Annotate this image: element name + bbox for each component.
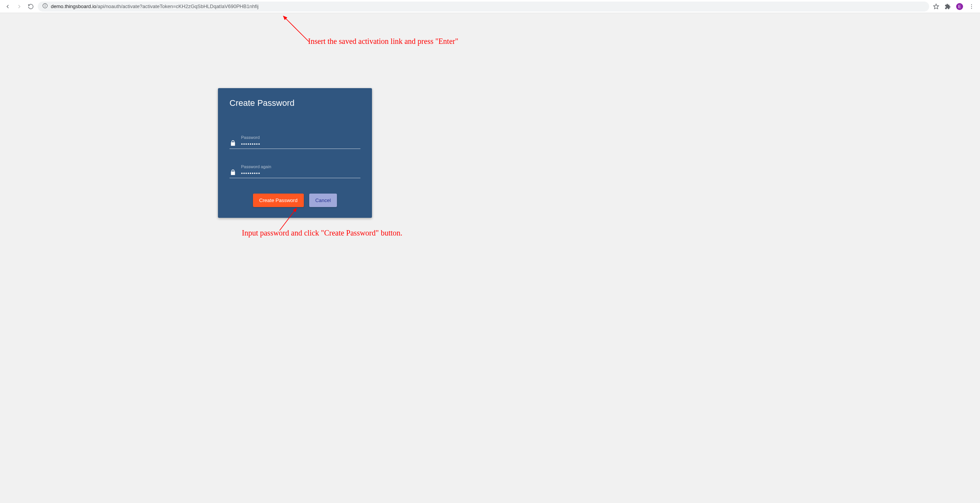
profile-avatar[interactable]: E [956, 3, 963, 10]
password-input[interactable] [241, 141, 360, 147]
svg-point-6 [971, 8, 972, 8]
url-path: /api/noauth/activate?activateToken=cKH2z… [96, 3, 259, 9]
forward-icon[interactable] [16, 3, 22, 10]
bookmark-star-icon[interactable] [933, 3, 939, 10]
site-info-icon[interactable] [42, 3, 48, 10]
menu-icon[interactable] [968, 3, 975, 10]
svg-point-5 [971, 6, 972, 7]
svg-marker-3 [933, 4, 938, 9]
lock-icon [230, 169, 236, 176]
extensions-icon[interactable] [945, 3, 951, 10]
svg-point-2 [45, 5, 45, 5]
annotation-top: Insert the saved activation link and pre… [308, 37, 458, 46]
cancel-button[interactable]: Cancel [309, 194, 337, 207]
lock-icon [230, 140, 236, 147]
nav-icons [5, 3, 34, 10]
url-host: demo.thingsboard.io [51, 3, 96, 9]
reload-icon[interactable] [28, 3, 34, 10]
password-label: Password [241, 135, 360, 140]
password-again-field: Password again [230, 164, 360, 178]
annotation-bottom: Input password and click "Create Passwor… [242, 229, 402, 237]
toolbar-right: E [933, 3, 975, 10]
svg-line-7 [283, 16, 309, 42]
svg-point-4 [971, 4, 972, 5]
page-content: Insert the saved activation link and pre… [0, 13, 980, 503]
address-bar[interactable]: demo.thingsboard.io/api/noauth/activate?… [38, 2, 929, 12]
password-again-input[interactable] [241, 170, 360, 176]
annotation-arrow-top [281, 14, 312, 45]
password-field: Password [230, 135, 360, 149]
create-password-card: Create Password Password Password again … [218, 88, 372, 218]
password-again-label: Password again [241, 164, 360, 169]
create-password-button[interactable]: Create Password [253, 194, 304, 207]
back-icon[interactable] [5, 3, 11, 10]
card-actions: Create Password Cancel [230, 194, 360, 207]
card-title: Create Password [230, 98, 360, 108]
browser-toolbar: demo.thingsboard.io/api/noauth/activate?… [0, 0, 980, 13]
